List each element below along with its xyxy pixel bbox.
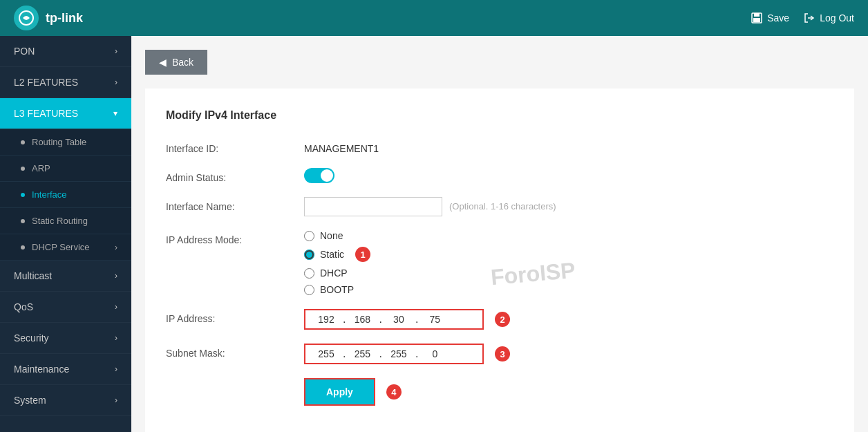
apply-row: Apply 4 [166, 378, 833, 406]
sidebar-sub-label: Interface [32, 189, 67, 200]
interface-id-row: Interface ID: MANAGEMENT1 [166, 139, 833, 154]
logo: tp-link [14, 6, 83, 30]
apply-wrap: Apply 4 [304, 378, 402, 406]
sidebar-item-l3features[interactable]: L3 FEATURES ▾ [0, 98, 131, 129]
sidebar-sub-label: Static Routing [32, 216, 88, 226]
mask-dot-3: . [415, 348, 418, 360]
sidebar-item-label: L3 FEATURES [14, 108, 78, 119]
ip-address-label: IP Address: [166, 309, 304, 324]
ip-address-field: . . . [304, 309, 484, 330]
sidebar-item-label: QoS [14, 301, 33, 312]
chevron-right-icon: › [115, 243, 117, 252]
sidebar: PON › L2 FEATURES › L3 FEATURES ▾ Routin… [0, 36, 131, 432]
sidebar-item-system[interactable]: System › [0, 385, 131, 416]
logout-button[interactable]: Log Out [803, 12, 854, 24]
subnet-mask-label: Subnet Mask: [166, 344, 304, 359]
chevron-right-icon: › [115, 364, 117, 374]
watermark: ForoISP [490, 258, 576, 291]
admin-status-row: Admin Status: [166, 168, 833, 183]
subnet-mask-row: Subnet Mask: . . . 3 [166, 344, 833, 364]
sidebar-item-multicast[interactable]: Multicast › [0, 261, 131, 292]
ip-oct4-input[interactable] [421, 314, 449, 325]
apply-button[interactable]: Apply [304, 378, 375, 406]
ip-oct3-input[interactable] [385, 314, 413, 325]
header-actions: Save Log Out [751, 12, 854, 24]
interface-name-label: Interface Name: [166, 197, 304, 212]
step-1-badge: 1 [355, 247, 370, 262]
ip-oct1-input[interactable] [312, 314, 340, 325]
ip-dot-3: . [415, 313, 418, 326]
sidebar-item-interface[interactable]: Interface [0, 182, 131, 208]
svg-rect-2 [754, 13, 760, 17]
sidebar-item-routing-table[interactable]: Routing Table [0, 129, 131, 156]
mask-oct4-input[interactable] [421, 348, 449, 359]
chevron-right-icon: › [115, 395, 117, 405]
sidebar-item-arp[interactable]: ARP [0, 156, 131, 182]
sidebar-item-qos[interactable]: QoS › [0, 292, 131, 323]
ip-mode-none-radio[interactable] [304, 231, 314, 241]
logo-icon [14, 6, 39, 30]
sidebar-item-static-routing[interactable]: Static Routing [0, 208, 131, 234]
sidebar-item-dhcp-service[interactable]: DHCP Service › [0, 234, 131, 261]
subnet-mask-field: . . . [304, 344, 484, 364]
chevron-right-icon: › [115, 77, 117, 87]
sidebar-item-label: Multicast [14, 270, 52, 281]
sidebar-item-label: Security [14, 332, 49, 344]
sidebar-item-pon[interactable]: PON › [0, 36, 131, 67]
svg-rect-3 [753, 18, 760, 22]
mask-oct3-input[interactable] [385, 348, 413, 359]
back-label: Back [172, 57, 194, 68]
sidebar-item-maintenance[interactable]: Maintenance › [0, 354, 131, 385]
ip-address-row: IP Address: . . . 2 [166, 309, 833, 330]
sidebar-item-label: System [14, 395, 46, 406]
chevron-right-icon: › [115, 333, 117, 343]
header: tp-link Save Log Out [0, 0, 868, 36]
sidebar-sub-label: ARP [32, 163, 50, 173]
interface-name-hint: (Optional. 1-16 characters) [449, 197, 556, 212]
chevron-down-icon: ▾ [113, 109, 117, 118]
modify-ipv4-card: Modify IPv4 Interface Interface ID: MANA… [145, 88, 854, 432]
apply-label: Apply [326, 386, 353, 397]
chevron-right-icon: › [115, 46, 117, 56]
ip-mode-dhcp-label: DHCP [320, 267, 348, 279]
ip-mode-dhcp-radio[interactable] [304, 268, 314, 279]
step-2-badge: 2 [495, 312, 510, 327]
subnet-mask-field-wrap: . . . 3 [304, 344, 510, 364]
apply-spacer [166, 378, 304, 382]
ip-mode-static-label: Static [320, 249, 344, 260]
interface-name-row: Interface Name: (Optional. 1-16 characte… [166, 197, 833, 216]
ip-oct2-input[interactable] [348, 314, 376, 325]
ip-mode-none[interactable]: None [304, 230, 370, 241]
ip-address-field-wrap: . . . 2 [304, 309, 510, 330]
interface-id-label: Interface ID: [166, 139, 304, 154]
step-3-badge: 3 [495, 346, 510, 361]
sidebar-sub-l3: Routing Table ARP Interface Static Routi… [0, 129, 131, 261]
step-4-badge: 4 [386, 384, 402, 400]
sidebar-item-security[interactable]: Security › [0, 323, 131, 354]
mask-oct2-input[interactable] [348, 348, 376, 359]
ip-mode-dhcp[interactable]: DHCP [304, 267, 370, 279]
sidebar-item-l2features[interactable]: L2 FEATURES › [0, 67, 131, 98]
ip-mode-bootp[interactable]: BOOTP [304, 284, 370, 295]
admin-status-toggle[interactable] [304, 168, 334, 183]
ip-mode-label: IP Address Mode: [166, 230, 304, 245]
mask-oct1-input[interactable] [312, 348, 340, 359]
save-button[interactable]: Save [751, 12, 789, 24]
ip-mode-static[interactable]: Static 1 [304, 247, 370, 262]
sidebar-sub-label: DHCP Service [32, 242, 90, 252]
sidebar-item-label: L2 FEATURES [14, 77, 78, 88]
ip-dot-2: . [379, 313, 381, 326]
ip-mode-bootp-radio[interactable] [304, 285, 314, 295]
interface-id-value: MANAGEMENT1 [304, 139, 379, 154]
back-arrow-icon: ◀ [159, 57, 167, 68]
ip-mode-static-radio[interactable] [304, 250, 314, 260]
mask-dot-1: . [343, 348, 346, 360]
ip-mode-radio-group: None Static 1 DHCP BOOTP [304, 230, 370, 295]
back-button[interactable]: ◀ Back [145, 50, 207, 75]
chevron-right-icon: › [115, 271, 117, 281]
mask-dot-2: . [379, 348, 381, 360]
sidebar-item-label: PON [14, 46, 35, 57]
card-title: Modify IPv4 Interface [166, 109, 833, 122]
ip-mode-bootp-label: BOOTP [320, 284, 354, 295]
interface-name-input[interactable] [304, 197, 442, 216]
